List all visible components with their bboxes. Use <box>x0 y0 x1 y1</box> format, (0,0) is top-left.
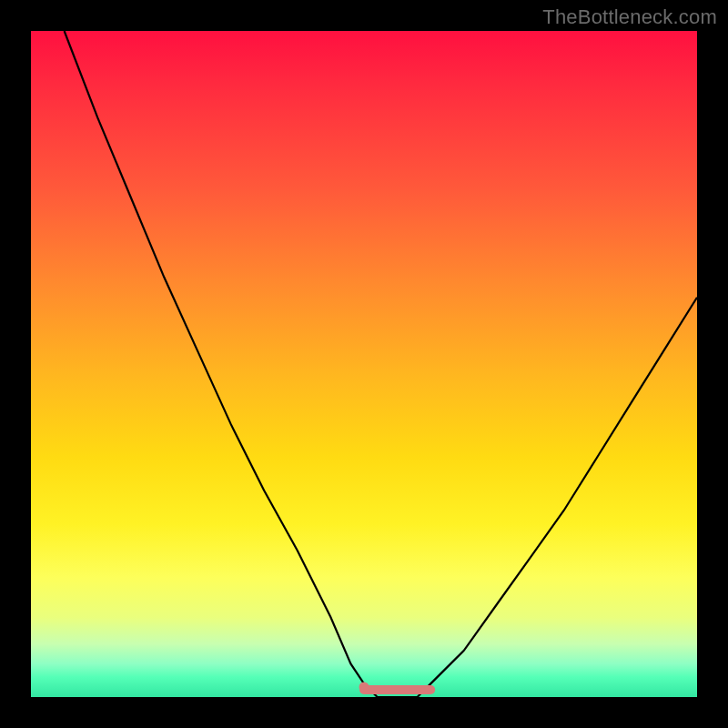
optimal-start-dot <box>359 682 369 693</box>
bottleneck-curve-svg <box>31 31 697 697</box>
plot-area <box>31 31 697 697</box>
bottleneck-curve <box>65 31 697 697</box>
chart-frame: TheBottleneck.com <box>0 0 728 728</box>
watermark-text: TheBottleneck.com <box>542 5 717 29</box>
